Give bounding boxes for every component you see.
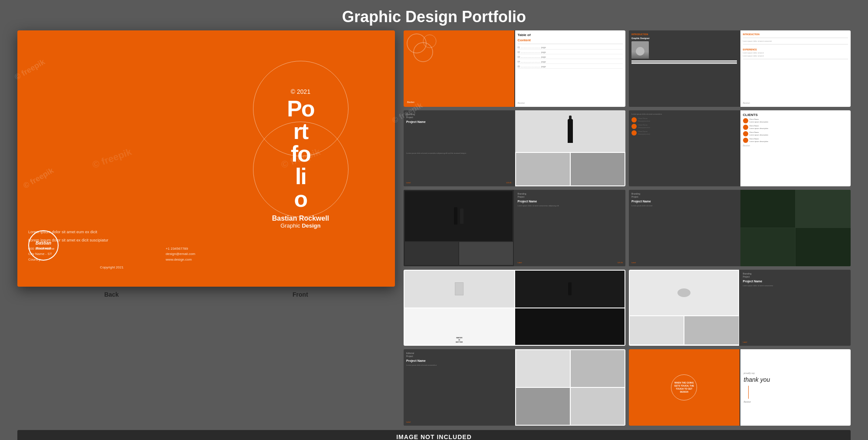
client-row-r2: Client NameLorem ipsum description [743, 125, 848, 130]
shelf-1 [740, 190, 796, 228]
editorial-right [515, 349, 625, 426]
editorial-spread: EditorialProject Project Name Lorem ipsu… [404, 349, 625, 426]
thankyou-line [748, 386, 749, 399]
svg-point-1 [414, 43, 433, 62]
logo-text: BastianRockwell [36, 241, 51, 251]
editorial-text: EditorialProject Project Name Lorem ipsu… [406, 352, 512, 367]
water-footer: Label [743, 341, 848, 343]
main-layout: © freepik BastianRockwell Lorem ipsum do… [0, 30, 868, 430]
client-row-r3: Client NameLorem ipsum description [743, 131, 848, 136]
about-sig: Bastian [743, 102, 848, 104]
client-name-r2: Client NameLorem ipsum description [750, 125, 769, 129]
branding3-body: Lorem ipsum dolor sit amet [631, 205, 737, 207]
branding1-right [515, 110, 625, 187]
front-cover-content: © 2021 Portfolio Bastian Rockwell Graphi… [272, 88, 329, 229]
branding3-category: BrandingProject [631, 192, 737, 198]
clients-left-page: Lorem ipsum dolor sit amet consectetur C… [629, 110, 740, 187]
client-circle-2 [631, 124, 637, 129]
client-name-r1: Client NameLorem ipsum description [750, 118, 769, 122]
about-text-line-3 [631, 63, 737, 64]
water-tag: Label [743, 341, 747, 343]
branding3-footer: Label [631, 261, 737, 264]
branding1-name: Project Name [406, 120, 512, 123]
branding3-text: BrandingProject Project Name Lorem ipsum… [631, 192, 737, 207]
svg-point-2 [423, 35, 436, 48]
thumb-branding3[interactable]: BrandingProject Project Name Lorem ipsum… [629, 190, 851, 266]
thumb-branding1[interactable]: BrandingProject Project Name Lorem ipsum… [404, 110, 625, 187]
client-circle-r4 [743, 138, 748, 143]
branding1-spread: BrandingProject Project Name Lorem ipsum… [404, 110, 625, 187]
editorial-left: EditorialProject Project Name Lorem ipsu… [404, 349, 514, 426]
clients-sig: Bastian [743, 144, 848, 147]
toc-logo-script: Bastian [407, 101, 511, 103]
thumb-about[interactable]: INTRODUCTION Graphic Designer INTRODUCTI… [629, 30, 851, 107]
logo-line5: o [272, 188, 329, 210]
about-orange-label: INTRODUCTION [631, 33, 737, 36]
branding3-tag: Label [631, 261, 636, 264]
back-cover-logo: BastianRockwell [28, 230, 59, 261]
clients-title: CLIENTS [743, 113, 848, 117]
branding2-main-img [405, 191, 513, 241]
branding1-header: BrandingProject Project Name [406, 113, 512, 123]
thumb-thankyou[interactable]: WHEN THE GOING GETS TOUGH, THE TOUGH TO … [629, 349, 851, 426]
water-body: Lorem ipsum dolor sit amet consectetur [743, 285, 848, 287]
water-img-b1 [630, 316, 684, 344]
about-spread: INTRODUCTION Graphic Designer INTRODUCTI… [629, 30, 851, 107]
about-left-page: INTRODUCTION Graphic Designer [629, 30, 740, 107]
bottle-a [454, 207, 457, 225]
about-face-circle [636, 47, 644, 56]
branding2-name: Project Name [517, 200, 623, 203]
page-title: Graphic Design Portfolio [0, 0, 868, 30]
shelf-2 [796, 190, 851, 228]
clients-spread: Lorem ipsum dolor sit amet consectetur C… [629, 110, 851, 187]
thumb-water[interactable]: BrandingProject Project Name Lorem ipsum… [629, 270, 851, 346]
toc-right-page: Table of Content 01 ....................… [515, 30, 625, 107]
thumb-clients[interactable]: Lorem ipsum dolor sit amet consectetur C… [629, 110, 851, 187]
proudly-say: proudly say [744, 372, 755, 374]
thankyou-circle: WHEN THE GOING GETS TOUGH, THE TOUGH TO … [671, 374, 697, 400]
editorial-category: EditorialProject [406, 352, 512, 358]
shelf-grid [740, 190, 851, 266]
branding1-img-top [515, 110, 625, 152]
right-thumbnail-grid: Bastian Table of Content 01 ............… [404, 30, 851, 426]
client-row-r4: Client NameLorem ipsum description [743, 138, 848, 143]
thank-you-text: thank you [744, 376, 770, 383]
about-right-line3 [743, 59, 848, 60]
client-name-1: Client NameDescription text [638, 117, 650, 122]
back-label: Back [104, 291, 118, 298]
clients-right-page: CLIENTS Client NameLorem ipsum descripti… [740, 110, 851, 187]
ed-img-2 [571, 350, 625, 387]
portfolio-logo: Portfolio [272, 97, 329, 210]
ed-img-1 [516, 350, 570, 387]
thumb-editorial[interactable]: EditorialProject Project Name Lorem ipsu… [404, 349, 625, 426]
water-left [629, 270, 739, 346]
subtitle-bold: Design [302, 222, 320, 229]
thankyou-sig: Bastian [744, 400, 751, 403]
copyright: Copyright 2021 [28, 265, 195, 269]
author-name: Bastian Rockwell [272, 215, 329, 222]
client-name-2: Client NameDescription text [638, 124, 650, 128]
toc-item-1: 01 ................................. pag… [518, 46, 623, 50]
clients-left-rows: Client NameDescription text Client NameD… [631, 117, 737, 136]
ed-img-3 [516, 388, 570, 425]
pack-cell-3: WATERISBETTER [404, 308, 514, 345]
toc-left-page: Bastian [404, 30, 514, 107]
branding2-right: BrandingProject Project Name Lorem ipsum… [515, 190, 625, 266]
toc-divider [518, 43, 623, 44]
toc-spread: Bastian Table of Content 01 ............… [404, 30, 625, 107]
about-photo [631, 41, 649, 59]
thumb-packaging[interactable]: WATERISBETTER [404, 270, 625, 346]
back-watermark: © freepik [91, 146, 133, 171]
logo-circle: BastianRockwell [28, 230, 59, 261]
water-category: BrandingProject [743, 272, 848, 278]
phone: +1 234567789 [166, 246, 195, 252]
pack-cell-4 [515, 308, 625, 345]
about-right-orange2: EXPERIENCE [743, 48, 848, 51]
thumb-toc[interactable]: Bastian Table of Content 01 ............… [404, 30, 625, 107]
branding1-img-bl [516, 153, 570, 185]
branding2-sub2 [459, 242, 513, 265]
thumb-branding2[interactable]: BrandingProject Project Name Lorem ipsum… [404, 190, 625, 266]
water-splash-img [630, 271, 738, 315]
branding2-footer: Label 123 45 [517, 261, 623, 264]
water-right: BrandingProject Project Name Lorem ipsum… [740, 270, 851, 346]
